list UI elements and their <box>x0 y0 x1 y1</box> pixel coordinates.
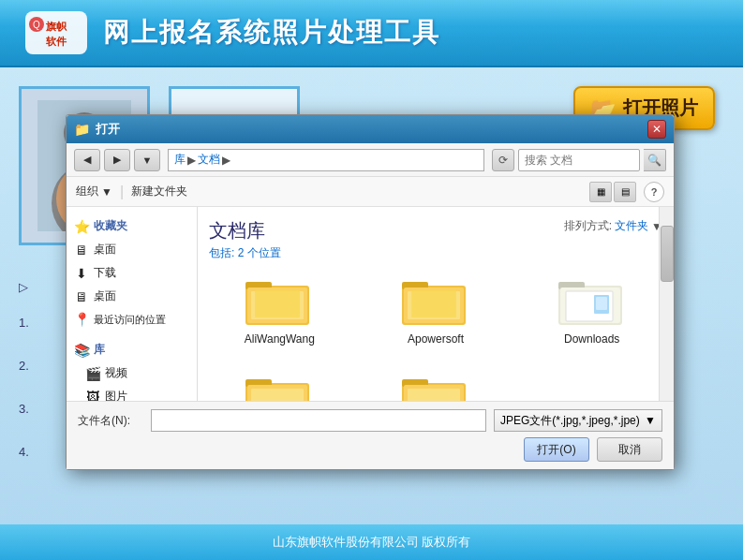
dialog-bottom: 文件名(N): JPEG文件(*.jpg,*.jpeg,*.jpe) ▼ 打开(… <box>67 401 674 469</box>
view-buttons: ▦ ▤ <box>589 182 636 202</box>
svg-rect-25 <box>596 297 607 310</box>
dialog-toolbar2: 组织 ▼ | 新建文件夹 ▦ ▤ ? <box>67 177 674 207</box>
file-grid: AliWangWang Apowersoft <box>209 269 662 401</box>
app-footer: 山东旗帜软件股份有限公司 版权所有 <box>0 524 743 560</box>
view-list-button[interactable]: ▤ <box>614 182 636 202</box>
favorites-label: 收藏夹 <box>94 218 127 234</box>
app-title: 网上报名系统照片处理工具 <box>103 15 440 51</box>
files-header: 文档库 包括: 2 个位置 排列方式: 文件夹 ▼ <box>209 218 662 261</box>
dialog-content: ⭐ 收藏夹 🖥 桌面 ⬇ 下载 🖥 桌面 📍 最近访问的位置 <box>67 207 674 401</box>
desktop2-label: 桌面 <box>94 288 116 304</box>
filename-input[interactable] <box>151 409 486 432</box>
pictures-label: 图片 <box>105 389 127 401</box>
pictures-icon: 🖼 <box>85 390 100 402</box>
breadcrumb-bar: 库 ▶ 文档 ▶ <box>168 149 484 171</box>
folder-downloads-label: Downloads <box>564 332 619 346</box>
sidebar-item-desktop2[interactable]: 🖥 桌面 <box>67 285 197 308</box>
scroll-thumb[interactable] <box>661 226 674 282</box>
dialog-close-button[interactable]: ✕ <box>647 120 666 139</box>
sidebar-item-library-header: 📚 库 <box>67 338 197 361</box>
desktop2-icon: 🖥 <box>74 289 89 304</box>
sidebar-item-downloads[interactable]: ⬇ 下载 <box>67 261 197 285</box>
svg-rect-14 <box>255 289 300 317</box>
back-button[interactable]: ◀ <box>74 149 100 171</box>
help-button[interactable]: ? <box>644 182 664 202</box>
library-subtitle: 包括: 2 个位置 <box>209 245 281 261</box>
breadcrumb-sep2: ▶ <box>222 154 230 167</box>
search-input[interactable] <box>518 149 640 171</box>
sidebar-item-desktop1[interactable]: 🖥 桌面 <box>67 238 197 261</box>
folder-icon-aliwangwang <box>245 274 313 329</box>
organize-button[interactable]: 组织 ▼ <box>76 184 112 199</box>
folder-downloads[interactable]: Downloads <box>521 269 662 351</box>
filetype-dropdown[interactable]: JPEG文件(*.jpg,*.jpeg,*.jpe) ▼ <box>494 409 662 432</box>
dialog-files-area: 文档库 包括: 2 个位置 排列方式: 文件夹 ▼ <box>198 207 674 401</box>
sort-control[interactable]: 排列方式: 文件夹 ▼ <box>564 218 662 234</box>
dialog-address-toolbar: ◀ ▶ ▼ 库 ▶ 文档 ▶ ⟳ 🔍 <box>67 143 674 177</box>
sort-label: 排列方式: <box>564 218 612 234</box>
svg-rect-29 <box>251 389 304 401</box>
logo-icon: 旗帜 软件 Q <box>23 9 89 56</box>
video-icon: 🎬 <box>85 366 100 381</box>
side-labels: ▷ 1. 2. 3. 4. <box>19 273 29 466</box>
nav-dropdown-button[interactable]: ▼ <box>134 149 160 171</box>
ok-button[interactable]: 打开(O) <box>524 437 589 462</box>
desktop1-label: 桌面 <box>94 242 116 258</box>
breadcrumb-library: 库 <box>174 152 186 168</box>
forward-button[interactable]: ▶ <box>104 149 130 171</box>
organize-label: 组织 <box>76 184 98 199</box>
sidebar-item-video[interactable]: 🎬 视频 <box>67 361 197 385</box>
sidebar-item-favorites-header: ⭐ 收藏夹 <box>67 214 197 238</box>
folder-apowersoft[interactable]: Apowersoft <box>365 269 507 351</box>
download-icon: ⬇ <box>74 266 89 281</box>
folder-apowersoft-label: Apowersoft <box>408 332 464 346</box>
svg-text:软件: 软件 <box>45 36 67 47</box>
svg-rect-19 <box>411 289 456 317</box>
dialog-title-icon: 📁 <box>74 122 90 137</box>
sort-value[interactable]: 文件夹 <box>615 218 648 234</box>
folder-extra2[interactable] <box>365 366 507 401</box>
filename-label: 文件名(N): <box>78 413 143 429</box>
refresh-button[interactable]: ⟳ <box>492 149 514 171</box>
file-dialog: 📁 打开 ✕ ◀ ▶ ▼ 库 ▶ 文档 ▶ ⟳ 🔍 组织 ▼ <box>66 114 675 470</box>
app-body: 📂 打开照片 ▷ 1. 2. 3. 4. 📁 打开 ✕ ◀ ▶ ▼ 库 ▶ 文档… <box>0 67 743 524</box>
recent-icon: 📍 <box>74 312 89 327</box>
downloads-label: 下载 <box>94 265 116 281</box>
library-icon: 📚 <box>74 343 89 358</box>
filetype-arrow: ▼ <box>645 414 656 427</box>
video-label: 视频 <box>105 365 127 381</box>
sidebar-item-pictures[interactable]: 🖼 图片 <box>67 385 197 401</box>
sidebar-item-recent[interactable]: 📍 最近访问的位置 <box>67 308 197 331</box>
cancel-button[interactable]: 取消 <box>597 437 662 462</box>
folder-aliwangwang[interactable]: AliWangWang <box>209 269 350 351</box>
library-header-label: 库 <box>94 342 105 358</box>
breadcrumb-docs: 文档 <box>198 152 220 168</box>
dialog-actions: 打开(O) 取消 <box>78 437 662 462</box>
search-button[interactable]: 🔍 <box>644 149 666 171</box>
filetype-label: JPEG文件(*.jpg,*.jpeg,*.jpe) <box>500 413 640 429</box>
vertical-scrollbar[interactable] <box>659 207 674 401</box>
folder-aliwangwang-label: AliWangWang <box>245 332 315 346</box>
new-folder-button[interactable]: 新建文件夹 <box>131 184 187 199</box>
footer-text: 山东旗帜软件股份有限公司 版权所有 <box>273 534 471 551</box>
folder-icon-extra2 <box>402 372 469 401</box>
app-header: 旗帜 软件 Q 网上报名系统照片处理工具 <box>0 0 743 67</box>
view-grid-button[interactable]: ▦ <box>589 182 612 202</box>
folder-icon-extra1 <box>245 372 313 401</box>
filename-row: 文件名(N): JPEG文件(*.jpg,*.jpeg,*.jpe) ▼ <box>78 409 662 432</box>
dialog-sidebar: ⭐ 收藏夹 🖥 桌面 ⬇ 下载 🖥 桌面 📍 最近访问的位置 <box>67 207 198 401</box>
new-folder-label: 新建文件夹 <box>131 184 187 199</box>
recent-label: 最近访问的位置 <box>94 313 166 327</box>
star-icon: ⭐ <box>74 219 89 234</box>
folder-icon-downloads <box>558 274 626 329</box>
organize-arrow: ▼ <box>101 185 112 199</box>
svg-text:Q: Q <box>33 20 40 30</box>
svg-rect-33 <box>408 389 460 401</box>
dialog-titlebar: 📁 打开 ✕ <box>67 115 674 143</box>
folder-extra1[interactable] <box>209 366 350 401</box>
breadcrumb-sep1: ▶ <box>187 154 196 167</box>
svg-text:旗帜: 旗帜 <box>45 21 67 32</box>
dialog-title: 打开 <box>96 121 647 138</box>
app-logo: 旗帜 软件 Q <box>19 7 94 59</box>
library-title: 文档库 <box>209 218 281 243</box>
